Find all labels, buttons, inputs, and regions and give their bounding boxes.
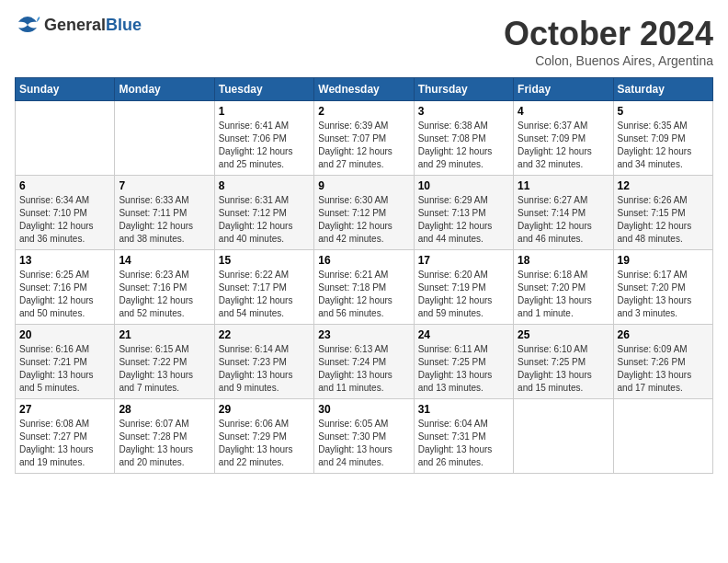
day-number: 8 [219,179,310,192]
logo-blue: Blue [106,16,142,34]
day-number: 17 [418,254,509,267]
day-info: Sunrise: 6:04 AM Sunset: 7:31 PM Dayligh… [418,418,509,469]
calendar-cell: 12Sunrise: 6:26 AM Sunset: 7:15 PM Dayli… [613,176,712,250]
day-info: Sunrise: 6:16 AM Sunset: 7:21 PM Dayligh… [19,343,110,395]
calendar-cell [16,101,115,176]
day-info: Sunrise: 6:22 AM Sunset: 7:17 PM Dayligh… [219,269,310,320]
month-title: October 2024 [504,15,713,53]
day-number: 29 [219,403,310,416]
calendar-cell: 5Sunrise: 6:35 AM Sunset: 7:09 PM Daylig… [613,101,712,176]
calendar-cell: 14Sunrise: 6:23 AM Sunset: 7:16 PM Dayli… [115,250,214,325]
calendar-cell [514,399,613,474]
day-info: Sunrise: 6:20 AM Sunset: 7:19 PM Dayligh… [418,269,509,320]
logo: GeneralBlue [15,15,142,35]
calendar-cell: 15Sunrise: 6:22 AM Sunset: 7:17 PM Dayli… [214,250,313,325]
calendar-cell: 25Sunrise: 6:10 AM Sunset: 7:25 PM Dayli… [514,325,613,399]
day-info: Sunrise: 6:37 AM Sunset: 7:09 PM Dayligh… [518,120,609,171]
calendar-cell [613,399,712,474]
calendar-cell: 11Sunrise: 6:27 AM Sunset: 7:14 PM Dayli… [514,176,613,250]
calendar-cell: 30Sunrise: 6:05 AM Sunset: 7:30 PM Dayli… [314,399,414,474]
day-info: Sunrise: 6:38 AM Sunset: 7:08 PM Dayligh… [418,120,509,171]
day-info: Sunrise: 6:29 AM Sunset: 7:13 PM Dayligh… [418,194,509,246]
day-info: Sunrise: 6:10 AM Sunset: 7:25 PM Dayligh… [518,343,609,395]
day-number: 21 [119,328,210,341]
day-info: Sunrise: 6:15 AM Sunset: 7:22 PM Dayligh… [119,343,210,395]
day-number: 31 [418,403,509,416]
day-info: Sunrise: 6:31 AM Sunset: 7:12 PM Dayligh… [219,194,310,246]
calendar-cell: 22Sunrise: 6:14 AM Sunset: 7:23 PM Dayli… [214,325,313,399]
calendar-cell: 2Sunrise: 6:39 AM Sunset: 7:07 PM Daylig… [314,101,414,176]
day-info: Sunrise: 6:30 AM Sunset: 7:12 PM Dayligh… [318,194,409,246]
day-info: Sunrise: 6:17 AM Sunset: 7:20 PM Dayligh… [618,269,709,320]
day-number: 26 [618,328,709,341]
calendar-cell: 6Sunrise: 6:34 AM Sunset: 7:10 PM Daylig… [16,176,115,250]
day-info: Sunrise: 6:34 AM Sunset: 7:10 PM Dayligh… [19,194,110,246]
header-tuesday: Tuesday [214,78,313,101]
day-number: 13 [19,254,110,267]
day-number: 2 [318,105,409,118]
title-area: October 2024 Colon, Buenos Aires, Argent… [504,15,713,68]
day-info: Sunrise: 6:09 AM Sunset: 7:26 PM Dayligh… [618,343,709,395]
calendar-cell: 21Sunrise: 6:15 AM Sunset: 7:22 PM Dayli… [115,325,214,399]
calendar-cell: 16Sunrise: 6:21 AM Sunset: 7:18 PM Dayli… [314,250,414,325]
day-info: Sunrise: 6:35 AM Sunset: 7:09 PM Dayligh… [618,120,709,171]
logo-bird-icon [15,15,40,35]
day-info: Sunrise: 6:07 AM Sunset: 7:28 PM Dayligh… [119,418,210,469]
calendar-cell: 18Sunrise: 6:18 AM Sunset: 7:20 PM Dayli… [514,250,613,325]
day-number: 10 [418,179,509,192]
calendar-cell: 24Sunrise: 6:11 AM Sunset: 7:25 PM Dayli… [414,325,513,399]
calendar-cell: 27Sunrise: 6:08 AM Sunset: 7:27 PM Dayli… [16,399,115,474]
day-number: 28 [119,403,210,416]
day-info: Sunrise: 6:06 AM Sunset: 7:29 PM Dayligh… [219,418,310,469]
header-friday: Friday [514,78,613,101]
day-info: Sunrise: 6:13 AM Sunset: 7:24 PM Dayligh… [318,343,409,395]
header-saturday: Saturday [613,78,712,101]
calendar-cell: 7Sunrise: 6:33 AM Sunset: 7:11 PM Daylig… [115,176,214,250]
day-number: 6 [19,179,110,192]
calendar-header-row: SundayMondayTuesdayWednesdayThursdayFrid… [16,78,713,101]
subtitle: Colon, Buenos Aires, Argentina [504,53,713,68]
day-number: 3 [418,105,509,118]
calendar-week-row: 20Sunrise: 6:16 AM Sunset: 7:21 PM Dayli… [16,325,713,399]
day-info: Sunrise: 6:05 AM Sunset: 7:30 PM Dayligh… [318,418,409,469]
day-number: 14 [119,254,210,267]
header-wednesday: Wednesday [314,78,414,101]
calendar-cell: 28Sunrise: 6:07 AM Sunset: 7:28 PM Dayli… [115,399,214,474]
calendar-week-row: 13Sunrise: 6:25 AM Sunset: 7:16 PM Dayli… [16,250,713,325]
day-number: 23 [318,328,409,341]
logo-general: General [44,16,106,34]
header: GeneralBlue October 2024 Colon, Buenos A… [15,15,713,68]
day-info: Sunrise: 6:41 AM Sunset: 7:06 PM Dayligh… [219,120,310,171]
day-info: Sunrise: 6:18 AM Sunset: 7:20 PM Dayligh… [518,269,609,320]
day-info: Sunrise: 6:25 AM Sunset: 7:16 PM Dayligh… [19,269,110,320]
day-number: 20 [19,328,110,341]
calendar-week-row: 27Sunrise: 6:08 AM Sunset: 7:27 PM Dayli… [16,399,713,474]
calendar-cell: 1Sunrise: 6:41 AM Sunset: 7:06 PM Daylig… [214,101,313,176]
calendar-cell: 19Sunrise: 6:17 AM Sunset: 7:20 PM Dayli… [613,250,712,325]
day-info: Sunrise: 6:33 AM Sunset: 7:11 PM Dayligh… [119,194,210,246]
calendar-cell: 26Sunrise: 6:09 AM Sunset: 7:26 PM Dayli… [613,325,712,399]
day-number: 4 [518,105,609,118]
calendar-cell: 8Sunrise: 6:31 AM Sunset: 7:12 PM Daylig… [214,176,313,250]
calendar-cell [115,101,214,176]
day-number: 16 [318,254,409,267]
day-number: 18 [518,254,609,267]
day-info: Sunrise: 6:27 AM Sunset: 7:14 PM Dayligh… [518,194,609,246]
day-info: Sunrise: 6:26 AM Sunset: 7:15 PM Dayligh… [618,194,709,246]
day-number: 22 [219,328,310,341]
calendar-cell: 29Sunrise: 6:06 AM Sunset: 7:29 PM Dayli… [214,399,313,474]
day-number: 24 [418,328,509,341]
day-number: 7 [119,179,210,192]
day-number: 19 [618,254,709,267]
day-number: 1 [219,105,310,118]
day-number: 30 [318,403,409,416]
header-monday: Monday [115,78,214,101]
calendar-table: SundayMondayTuesdayWednesdayThursdayFrid… [15,77,713,474]
calendar-cell: 4Sunrise: 6:37 AM Sunset: 7:09 PM Daylig… [514,101,613,176]
calendar-cell: 13Sunrise: 6:25 AM Sunset: 7:16 PM Dayli… [16,250,115,325]
day-info: Sunrise: 6:21 AM Sunset: 7:18 PM Dayligh… [318,269,409,320]
calendar-cell: 17Sunrise: 6:20 AM Sunset: 7:19 PM Dayli… [414,250,513,325]
calendar-week-row: 6Sunrise: 6:34 AM Sunset: 7:10 PM Daylig… [16,176,713,250]
day-number: 5 [618,105,709,118]
day-number: 25 [518,328,609,341]
